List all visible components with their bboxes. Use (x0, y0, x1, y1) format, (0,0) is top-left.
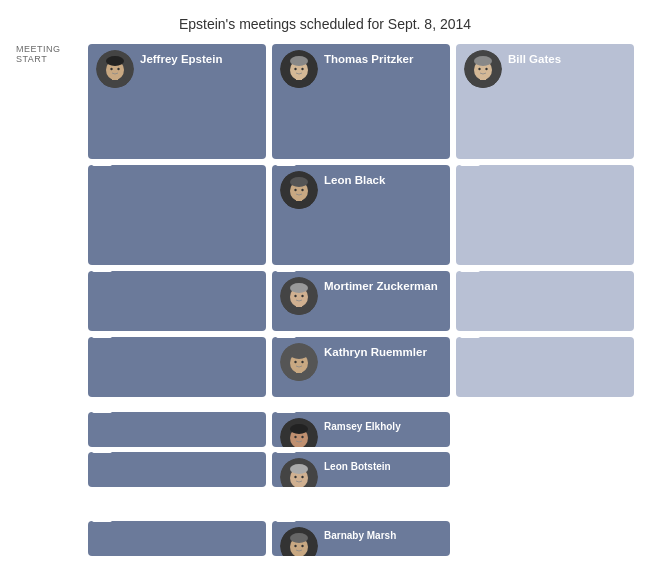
svg-point-12 (294, 68, 296, 70)
person-name: Leon Black (324, 171, 385, 188)
block-notch (276, 271, 296, 272)
meeting-block-2-1: Thomas Pritzker (272, 44, 450, 159)
meeting-block-1-5 (88, 412, 266, 447)
svg-point-19 (294, 189, 296, 191)
person-name: Leon Botstein (324, 458, 391, 473)
meeting-block-2-7: Barnaby Marsh (272, 521, 450, 556)
person-avatar-ruemmler (280, 343, 318, 381)
svg-point-6 (117, 68, 119, 70)
svg-point-33 (294, 361, 296, 363)
svg-point-55 (301, 545, 303, 547)
grid-area: Jeffrey Epstein Thomas Pritzker (88, 44, 634, 578)
meeting-block-1-4 (88, 337, 266, 397)
block-notch (460, 337, 480, 338)
meeting-block-2-3: Mortimer Zuckerman (272, 271, 450, 331)
person-name: Bill Gates (508, 50, 561, 67)
svg-point-61 (478, 68, 480, 70)
svg-point-62 (485, 68, 487, 70)
grid-column-3: Bill Gates (456, 44, 634, 556)
person-name: Barnaby Marsh (324, 527, 396, 542)
person-avatar-gates (464, 50, 502, 88)
person-name: Kathryn Ruemmler (324, 343, 427, 360)
block-notch (276, 337, 296, 338)
svg-point-13 (301, 68, 303, 70)
block-notch (92, 521, 112, 522)
person-avatar-elkholy (280, 418, 318, 447)
axis-label: MEETING START (16, 44, 88, 64)
block-notch (460, 271, 480, 272)
meeting-block-1-3 (88, 271, 266, 331)
block-notch (276, 165, 296, 166)
svg-point-53 (290, 533, 308, 543)
person-name: Ramsey Elkholy (324, 418, 401, 433)
svg-point-27 (301, 295, 303, 297)
meeting-block-1-7 (88, 521, 266, 556)
block-notch (276, 452, 296, 453)
svg-point-47 (294, 476, 296, 478)
person-avatar-marsh (280, 527, 318, 556)
person-avatar-epstein (96, 50, 134, 88)
block-notch (460, 165, 480, 166)
person-avatar-zuckerman (280, 277, 318, 315)
svg-point-40 (294, 436, 296, 438)
person-avatar-pritzker (280, 50, 318, 88)
chart-title: Epstein's meetings scheduled for Sept. 8… (16, 16, 634, 32)
meeting-block-1-1: Jeffrey Epstein (88, 44, 266, 159)
block-notch (92, 412, 112, 413)
grid-column-2: Thomas Pritzker Leon Black (272, 44, 450, 556)
meeting-block-2-2: Leon Black (272, 165, 450, 265)
block-notch (92, 271, 112, 272)
svg-point-46 (290, 464, 308, 474)
person-name: Thomas Pritzker (324, 50, 413, 67)
grid-column-1: Jeffrey Epstein (88, 44, 266, 556)
svg-point-20 (301, 189, 303, 191)
meeting-block-2-4: Kathryn Ruemmler (272, 337, 450, 397)
time-axis: MEETING START (16, 44, 88, 578)
svg-point-54 (294, 545, 296, 547)
svg-point-60 (474, 56, 492, 66)
meeting-block-3-2 (456, 165, 634, 265)
meeting-block-3-3 (456, 271, 634, 331)
block-notch (92, 165, 112, 166)
chart-area: MEETING START Jeffrey Epstein (16, 44, 634, 578)
meeting-block-2-6: Leon Botstein (272, 452, 450, 487)
svg-point-25 (290, 283, 308, 293)
svg-point-26 (294, 295, 296, 297)
block-notch (92, 337, 112, 338)
svg-point-41 (301, 436, 303, 438)
person-name: Mortimer Zuckerman (324, 277, 438, 294)
svg-point-18 (290, 177, 308, 187)
svg-point-39 (290, 424, 308, 434)
svg-point-48 (301, 476, 303, 478)
block-notch (92, 452, 112, 453)
meeting-block-3-4 (456, 337, 634, 397)
svg-point-11 (290, 56, 308, 66)
meeting-block-1-6 (88, 452, 266, 487)
block-notch (276, 521, 296, 522)
meeting-block-3-1: Bill Gates (456, 44, 634, 159)
person-avatar-botstein (280, 458, 318, 487)
meeting-block-2-5: Ramsey Elkholy (272, 412, 450, 447)
svg-point-34 (301, 361, 303, 363)
meeting-block-1-2 (88, 165, 266, 265)
person-avatar-black (280, 171, 318, 209)
svg-point-32 (290, 349, 308, 359)
svg-point-4 (106, 56, 124, 66)
person-name: Jeffrey Epstein (140, 50, 222, 67)
block-notch (276, 412, 296, 413)
svg-point-5 (110, 68, 112, 70)
